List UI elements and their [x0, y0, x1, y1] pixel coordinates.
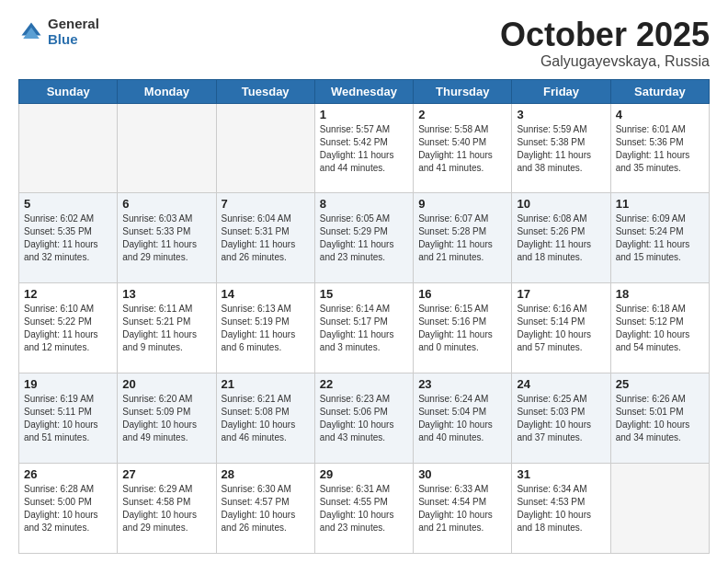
cell-text: Sunrise: 6:15 AM [418, 303, 506, 316]
calendar-cell: 7Sunrise: 6:04 AMSunset: 5:31 PMDaylight… [216, 193, 314, 283]
cell-text: Sunrise: 6:34 AM [517, 483, 605, 496]
cell-text: and 23 minutes. [320, 251, 408, 264]
cell-text: Sunrise: 6:09 AM [616, 213, 704, 225]
cell-text: Sunset: 5:16 PM [418, 316, 506, 328]
cell-text: and 38 minutes. [517, 162, 605, 175]
day-number: 9 [418, 197, 506, 211]
calendar-cell [610, 464, 709, 554]
title-area: October 2025 Galyugayevskaya, Russia [500, 17, 710, 70]
calendar-cell: 8Sunrise: 6:05 AMSunset: 5:29 PMDaylight… [314, 193, 413, 283]
cell-text: Daylight: 10 hours [24, 419, 112, 431]
cell-text: Sunrise: 6:26 AM [616, 393, 704, 406]
cell-text: and 41 minutes. [418, 162, 506, 175]
cell-text: Daylight: 11 hours [320, 328, 408, 341]
cell-text: and 29 minutes. [122, 251, 210, 264]
month-title: October 2025 [500, 17, 710, 53]
day-number: 1 [320, 108, 408, 121]
cell-text: and 9 minutes. [122, 341, 210, 354]
cell-text: Daylight: 10 hours [418, 509, 506, 522]
cell-text: Daylight: 11 hours [122, 328, 210, 341]
calendar-cell: 20Sunrise: 6:20 AMSunset: 5:09 PMDayligh… [118, 373, 216, 464]
day-number: 11 [616, 197, 704, 211]
cell-text: Daylight: 10 hours [320, 419, 408, 431]
calendar-cell [216, 103, 314, 193]
cell-text: Sunset: 4:55 PM [320, 496, 408, 509]
cell-text: Daylight: 10 hours [517, 509, 605, 522]
cell-text: and 43 minutes. [320, 431, 408, 444]
day-number: 23 [418, 377, 506, 391]
day-number: 20 [122, 377, 210, 391]
calendar-cell: 19Sunrise: 6:19 AMSunset: 5:11 PMDayligh… [19, 373, 118, 464]
cell-text: Sunrise: 6:16 AM [517, 303, 605, 316]
cell-text: and 34 minutes. [616, 431, 704, 444]
header-wednesday: Wednesday [314, 79, 413, 103]
week-row-3: 12Sunrise: 6:10 AMSunset: 5:22 PMDayligh… [19, 283, 710, 373]
cell-text: Sunrise: 6:14 AM [320, 303, 408, 316]
cell-text: Daylight: 10 hours [320, 509, 408, 522]
day-number: 10 [517, 197, 605, 211]
day-number: 15 [320, 287, 408, 301]
calendar-cell: 18Sunrise: 6:18 AMSunset: 5:12 PMDayligh… [610, 283, 709, 373]
page: General Blue October 2025 Galyugayevskay… [0, 0, 728, 563]
cell-text: Sunrise: 6:20 AM [122, 393, 210, 406]
cell-text: Daylight: 10 hours [122, 419, 210, 431]
cell-text: Sunrise: 6:24 AM [418, 393, 506, 406]
cell-text: Sunrise: 6:21 AM [222, 393, 310, 406]
day-number: 19 [24, 377, 112, 391]
cell-text: Daylight: 11 hours [222, 328, 310, 341]
cell-text: Sunrise: 6:13 AM [222, 303, 310, 316]
calendar-cell: 4Sunrise: 6:01 AMSunset: 5:36 PMDaylight… [610, 103, 709, 193]
day-number: 25 [616, 377, 704, 391]
cell-text: and 57 minutes. [517, 341, 605, 354]
cell-text: Sunset: 5:36 PM [616, 136, 704, 149]
calendar-cell: 17Sunrise: 6:16 AMSunset: 5:14 PMDayligh… [512, 283, 610, 373]
cell-text: Sunrise: 6:18 AM [616, 303, 704, 316]
header-friday: Friday [512, 79, 610, 103]
header-sunday: Sunday [19, 79, 118, 103]
cell-text: Sunrise: 6:33 AM [418, 483, 506, 496]
cell-text: Sunrise: 6:30 AM [222, 483, 310, 496]
cell-text: Sunrise: 6:02 AM [24, 213, 112, 225]
cell-text: Sunrise: 5:57 AM [320, 123, 408, 136]
day-number: 28 [222, 467, 310, 481]
cell-text: Sunrise: 6:04 AM [222, 213, 310, 225]
calendar-cell: 15Sunrise: 6:14 AMSunset: 5:17 PMDayligh… [314, 283, 413, 373]
calendar: SundayMondayTuesdayWednesdayThursdayFrid… [18, 79, 710, 554]
header-thursday: Thursday [414, 79, 512, 103]
cell-text: Daylight: 11 hours [24, 238, 112, 251]
logo-text: General Blue [48, 17, 99, 47]
cell-text: Daylight: 11 hours [418, 328, 506, 341]
header-row: SundayMondayTuesdayWednesdayThursdayFrid… [19, 79, 710, 103]
day-number: 18 [616, 287, 704, 301]
cell-text: Sunrise: 6:08 AM [517, 213, 605, 225]
week-row-2: 5Sunrise: 6:02 AMSunset: 5:35 PMDaylight… [19, 193, 710, 283]
calendar-cell: 25Sunrise: 6:26 AMSunset: 5:01 PMDayligh… [610, 373, 709, 464]
calendar-cell [118, 103, 216, 193]
calendar-cell: 16Sunrise: 6:15 AMSunset: 5:16 PMDayligh… [414, 283, 512, 373]
cell-text: Sunset: 5:08 PM [222, 406, 310, 419]
day-number: 12 [24, 287, 112, 301]
calendar-cell: 30Sunrise: 6:33 AMSunset: 4:54 PMDayligh… [414, 464, 512, 554]
cell-text: and 12 minutes. [24, 341, 112, 354]
cell-text: Daylight: 10 hours [122, 509, 210, 522]
cell-text: Sunrise: 5:58 AM [418, 123, 506, 136]
calendar-cell: 22Sunrise: 6:23 AMSunset: 5:06 PMDayligh… [314, 373, 413, 464]
cell-text: Sunrise: 6:19 AM [24, 393, 112, 406]
cell-text: and 23 minutes. [320, 522, 408, 534]
day-number: 17 [517, 287, 605, 301]
cell-text: Sunrise: 6:28 AM [24, 483, 112, 496]
cell-text: and 6 minutes. [222, 341, 310, 354]
cell-text: Sunset: 5:03 PM [517, 406, 605, 419]
cell-text: Sunrise: 6:25 AM [517, 393, 605, 406]
cell-text: Sunset: 5:24 PM [616, 225, 704, 238]
cell-text: Sunset: 4:54 PM [418, 496, 506, 509]
cell-text: and 26 minutes. [222, 251, 310, 264]
cell-text: Sunrise: 6:01 AM [616, 123, 704, 136]
cell-text: Daylight: 10 hours [418, 419, 506, 431]
calendar-cell: 9Sunrise: 6:07 AMSunset: 5:28 PMDaylight… [414, 193, 512, 283]
cell-text: Sunset: 5:28 PM [418, 225, 506, 238]
cell-text: and 18 minutes. [517, 251, 605, 264]
cell-text: Sunrise: 6:29 AM [122, 483, 210, 496]
cell-text: Daylight: 10 hours [222, 419, 310, 431]
cell-text: Sunrise: 6:31 AM [320, 483, 408, 496]
